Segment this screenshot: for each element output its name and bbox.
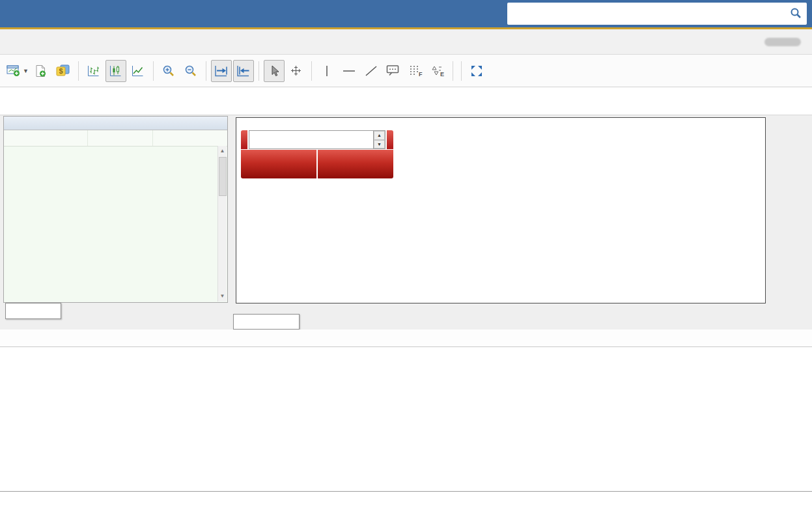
- cursor-icon: [269, 65, 279, 77]
- new-order-button[interactable]: [31, 60, 51, 82]
- auto-scroll-icon: [214, 64, 229, 77]
- sub-strip: [0, 88, 812, 115]
- mt4-web-terminal: ▼ $: [0, 0, 812, 521]
- line-chart-button[interactable]: [128, 60, 148, 82]
- toolbar-separator: [461, 61, 462, 81]
- market-watch-scrollbar[interactable]: ▲ ▼: [217, 146, 227, 302]
- horizontal-line-icon: [342, 64, 356, 77]
- profiles-icon: $: [56, 64, 70, 77]
- scrollbar-thumb[interactable]: [219, 157, 227, 196]
- vertical-line-icon: [322, 64, 331, 77]
- new-order-icon: [35, 64, 47, 77]
- chart-shift-button[interactable]: [233, 60, 254, 82]
- crosshair-button[interactable]: [286, 60, 307, 82]
- trendline-icon: [365, 64, 378, 77]
- bar-chart-icon: [87, 64, 100, 77]
- toolbar-separator: [206, 61, 206, 81]
- zoom-out-icon: [184, 64, 197, 77]
- price-axis: [766, 117, 811, 302]
- chart-shift-icon: [236, 64, 251, 77]
- toolbar-separator: [311, 61, 312, 81]
- indicators-button[interactable]: E: [427, 60, 448, 82]
- one-click-trading-widget: ▲ ▼: [241, 130, 393, 178]
- top-navigation: [0, 0, 812, 29]
- market-watch-header: [4, 130, 227, 147]
- toolbar-separator: [78, 61, 79, 81]
- buy-button[interactable]: [387, 130, 393, 149]
- scroll-up-icon[interactable]: ▲: [218, 147, 227, 156]
- volume-box: ▲ ▼: [249, 130, 385, 149]
- indicators-icon: E: [430, 64, 445, 77]
- zoom-out-button[interactable]: [180, 60, 201, 82]
- search-input[interactable]: [511, 5, 781, 24]
- chart-toolbar: ▼ $: [0, 55, 812, 87]
- vertical-line-button[interactable]: [316, 60, 337, 82]
- cookie-banner: [0, 491, 812, 521]
- time-axis: [236, 305, 764, 315]
- toolbar-separator: [453, 61, 453, 81]
- stepper-down-icon[interactable]: ▼: [374, 140, 385, 149]
- cursor-button[interactable]: [264, 60, 285, 82]
- market-watch-panel: ▲ ▼: [3, 116, 228, 303]
- tab-symbols[interactable]: [5, 303, 61, 319]
- search-icon[interactable]: [790, 7, 802, 19]
- chart-plot-area[interactable]: ▲ ▼: [236, 117, 766, 303]
- redacted-account-number: [764, 38, 801, 46]
- new-chart-icon: [7, 64, 21, 77]
- menu-bar: [0, 29, 812, 55]
- chart-panel: ▲ ▼: [232, 116, 811, 303]
- svg-text:F: F: [419, 71, 423, 77]
- volume-stepper: ▲ ▼: [373, 131, 385, 148]
- buy-price-panel[interactable]: [318, 150, 393, 178]
- horizontal-line-button[interactable]: [339, 60, 359, 82]
- zoom-in-button[interactable]: [158, 60, 179, 82]
- search-box: [507, 3, 807, 25]
- market-watch-title: [4, 117, 227, 130]
- sell-price-panel[interactable]: [241, 150, 316, 178]
- zoom-in-icon: [162, 64, 175, 77]
- scroll-down-icon[interactable]: ▼: [218, 292, 227, 301]
- column-ask[interactable]: [152, 130, 217, 146]
- svg-text:$: $: [59, 67, 63, 75]
- candlestick-chart-icon: [109, 64, 122, 77]
- profiles-button[interactable]: $: [53, 60, 74, 82]
- toolbar-separator: [153, 61, 154, 81]
- terminal-header: [0, 330, 812, 347]
- fullscreen-button[interactable]: [466, 60, 487, 82]
- trendline-button[interactable]: [361, 60, 382, 82]
- chevron-down-icon: ▼: [23, 68, 29, 74]
- crosshair-icon: [290, 64, 302, 77]
- stepper-up-icon[interactable]: ▲: [374, 131, 385, 140]
- fullscreen-icon: [470, 64, 483, 77]
- bar-chart-button[interactable]: [83, 60, 104, 82]
- new-chart-button[interactable]: ▼: [6, 60, 29, 82]
- auto-scroll-button[interactable]: [211, 60, 232, 82]
- fibonacci-icon: F: [408, 64, 423, 77]
- toolbar-separator: [259, 61, 259, 81]
- volume-input[interactable]: [249, 131, 373, 148]
- column-bid[interactable]: [87, 130, 152, 146]
- text-label-button[interactable]: [383, 60, 404, 82]
- text-label-icon: [386, 64, 400, 77]
- candlestick-chart-button[interactable]: [105, 60, 126, 82]
- fibonacci-button[interactable]: F: [405, 60, 426, 82]
- sell-button[interactable]: [241, 130, 247, 149]
- svg-text:E: E: [440, 71, 444, 77]
- line-chart-icon: [131, 64, 145, 77]
- account-status: [761, 29, 804, 54]
- tab-chart-eurusd-h1[interactable]: [233, 314, 300, 330]
- terminal-panel: [0, 330, 812, 347]
